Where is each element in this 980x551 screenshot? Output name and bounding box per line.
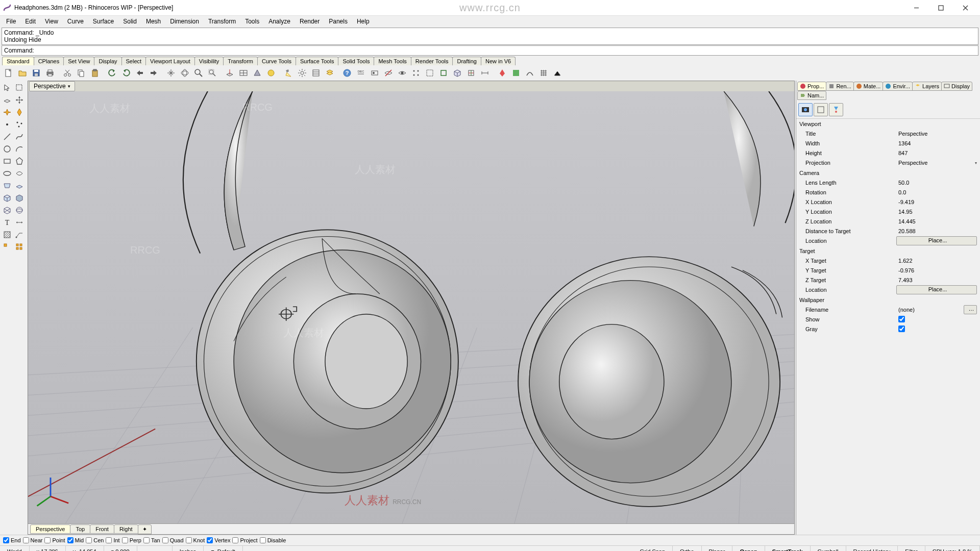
rotate-view-icon[interactable]	[178, 67, 191, 79]
pan-icon[interactable]	[164, 67, 178, 79]
dupborder-icon[interactable]	[437, 67, 450, 79]
properties-icon[interactable]	[309, 67, 323, 79]
property-value[interactable]: 14.445	[896, 218, 980, 224]
property-value[interactable]: Perspective▾	[896, 160, 980, 166]
open-icon[interactable]	[16, 67, 29, 79]
osnap-quad[interactable]: Quad	[162, 537, 184, 543]
property-value[interactable]: Perspective	[896, 131, 980, 137]
mode-viewport-icon[interactable]	[798, 103, 813, 116]
options-icon[interactable]	[296, 67, 309, 79]
cplane-icon[interactable]	[223, 67, 236, 79]
hide-icon[interactable]	[382, 67, 395, 79]
join-icon[interactable]	[13, 106, 26, 118]
menu-curve[interactable]: Curve	[63, 16, 88, 27]
menu-help[interactable]: Help	[353, 16, 374, 27]
panel-tab-display[interactable]: Display	[941, 82, 972, 91]
panel-tab-properties[interactable]: Prop...	[797, 82, 826, 91]
osnap-checkbox[interactable]	[67, 537, 74, 543]
menu-dimension[interactable]: Dimension	[166, 16, 203, 27]
tab-transform[interactable]: Transform	[223, 57, 258, 65]
property-value[interactable]: 50.0	[896, 180, 980, 186]
viewport-label-tab[interactable]: Perspective ▾	[29, 81, 75, 91]
arc-icon[interactable]	[13, 143, 26, 155]
sel2-icon[interactable]	[13, 241, 26, 253]
mode-object-icon[interactable]	[814, 103, 828, 116]
help-icon[interactable]: ?	[340, 67, 354, 79]
points-icon[interactable]	[13, 118, 26, 131]
osnap-checkbox[interactable]	[186, 537, 192, 543]
panel-tab-named[interactable]: Nam...	[797, 91, 826, 100]
status-toggle-smarttrack[interactable]: SmartTrack	[765, 546, 811, 551]
tab-newinv6[interactable]: New in V6	[481, 57, 516, 65]
box-icon[interactable]	[451, 67, 464, 79]
redo-view-icon[interactable]	[147, 67, 160, 79]
osnap-checkbox[interactable]	[3, 537, 9, 543]
panel-tab-layers[interactable]: Layers	[912, 82, 942, 91]
osnap-checkbox[interactable]	[162, 537, 168, 543]
solid-tool-icon[interactable]	[13, 192, 26, 204]
property-value[interactable]: 847	[896, 150, 980, 156]
select-subobj-icon[interactable]	[423, 67, 436, 79]
cplane-tool-icon[interactable]	[1, 94, 13, 106]
tab-solidtools[interactable]: Solid Tools	[338, 57, 374, 65]
viewport-canvas[interactable]: 人人素材 RRCG 人人素材 RRCG 人人素材 人人素材 RRCG.CN	[28, 91, 794, 523]
view-tab-perspective[interactable]: Perspective	[30, 524, 70, 534]
tab-setview[interactable]: Set View	[63, 57, 94, 65]
view-tab-top[interactable]: Top	[70, 524, 90, 534]
tab-viewportlayout[interactable]: Viewport Layout	[145, 57, 195, 65]
tab-meshtools[interactable]: Mesh Tools	[374, 57, 411, 65]
property-place-button[interactable]: Place...	[896, 236, 977, 245]
status-units[interactable]: Inches	[173, 546, 204, 551]
osnap-checkbox[interactable]	[232, 537, 238, 543]
property-value[interactable]: 0.0	[896, 189, 980, 195]
analyze-icon[interactable]	[464, 67, 478, 79]
property-place-button[interactable]: Place...	[896, 285, 977, 294]
tab-drafting[interactable]: Drafting	[452, 57, 481, 65]
dim-icon[interactable]	[13, 216, 26, 229]
lasso-icon[interactable]	[13, 82, 26, 94]
menu-mesh[interactable]: Mesh	[142, 16, 165, 27]
osnap-checkbox[interactable]	[207, 537, 213, 543]
undo-view-icon[interactable]	[133, 67, 146, 79]
panel-tab-environment[interactable]: Envir...	[883, 82, 913, 91]
menu-panels[interactable]: Panels	[325, 16, 352, 27]
osnap-checkbox[interactable]	[143, 537, 150, 543]
rect-icon[interactable]	[1, 155, 13, 167]
tab-display[interactable]: Display	[94, 57, 121, 65]
tab-standard[interactable]: Standard	[2, 57, 34, 65]
osnap-tan[interactable]: Tan	[143, 537, 160, 543]
osnap-checkbox[interactable]	[106, 537, 112, 543]
new-icon[interactable]	[2, 67, 15, 79]
status-toggle-recordhistory[interactable]: Record History	[846, 546, 898, 551]
dec-icon[interactable]: DEC	[354, 67, 368, 79]
minimize-button[interactable]	[904, 0, 928, 15]
tab-rendertools[interactable]: Render Tools	[411, 57, 453, 65]
osnap-mid[interactable]: Mid	[67, 537, 84, 543]
property-value[interactable]: 20.588	[896, 228, 980, 234]
menu-surface[interactable]: Surface	[89, 16, 118, 27]
grid-icon[interactable]	[537, 67, 550, 79]
osnap-vertex[interactable]: Vertex	[207, 537, 230, 543]
show-icon[interactable]	[396, 67, 409, 79]
property-value[interactable]: -0.976	[896, 267, 980, 273]
leader-icon[interactable]	[13, 229, 26, 241]
menu-solid[interactable]: Solid	[119, 16, 141, 27]
property-value[interactable]: 14.95	[896, 209, 980, 215]
text-icon[interactable]: T	[1, 216, 13, 229]
length-icon[interactable]	[478, 67, 492, 79]
property-value[interactable]: 7.493	[896, 277, 980, 283]
command-line[interactable]: Command:	[2, 45, 978, 56]
curve-tool-icon[interactable]	[13, 131, 26, 143]
sel1-icon[interactable]	[1, 241, 13, 253]
perspective-grid-icon[interactable]	[551, 67, 564, 79]
tab-cplanes[interactable]: CPlanes	[34, 57, 64, 65]
save-icon[interactable]	[30, 67, 43, 79]
move-tool-icon[interactable]	[13, 94, 26, 106]
osnap-checkbox[interactable]	[23, 537, 29, 543]
property-value[interactable]: (none)	[896, 307, 964, 313]
property-value[interactable]: -9.419	[896, 199, 980, 205]
status-toggle-filter[interactable]: Filter	[898, 546, 925, 551]
osnap-point[interactable]: Point	[44, 537, 65, 543]
named-view-icon[interactable]	[237, 67, 250, 79]
osnap-checkbox[interactable]	[44, 537, 51, 543]
